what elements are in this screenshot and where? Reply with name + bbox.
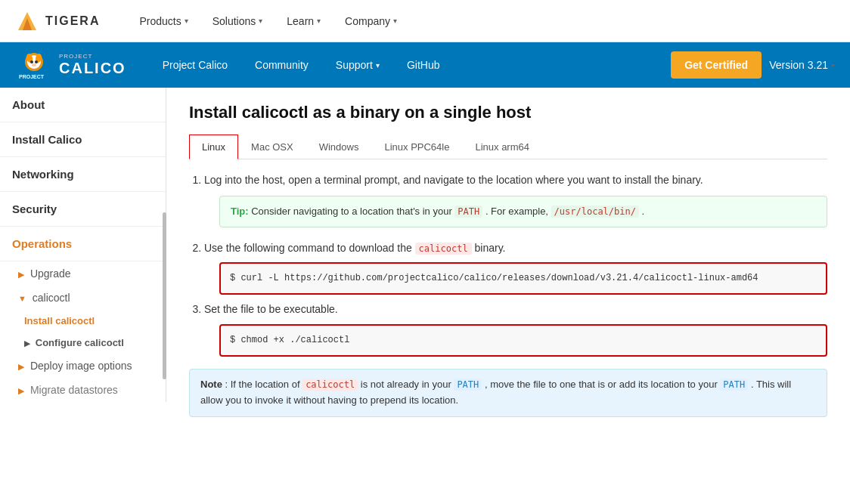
get-certified-button[interactable]: Get Certified xyxy=(671,51,762,79)
calico-logo-area[interactable]: PROJECT PROJECT CALICO xyxy=(15,48,126,82)
sidebar-item-about[interactable]: About xyxy=(0,88,166,122)
sidebar-wrapper: About Install Calico Networking Security… xyxy=(0,88,166,504)
svg-point-7 xyxy=(35,60,38,63)
support-chevron-icon: ▾ xyxy=(376,61,380,70)
tigera-logo-icon xyxy=(15,9,39,33)
tip-text-after: . For example, xyxy=(485,206,551,217)
sidebar-item-operations[interactable]: Operations xyxy=(0,227,166,261)
deploy-image-arrow-icon: ▶ xyxy=(18,362,24,371)
step-3: Set the file to be executable. $ chmod +… xyxy=(204,301,827,357)
step-2: Use the following command to download th… xyxy=(204,240,827,295)
sidebar-item-install-calicoctl[interactable]: Install calicoctl xyxy=(0,310,166,332)
tigera-nav-items: Products ▾ Solutions ▾ Learn ▾ Company ▾ xyxy=(130,9,406,33)
sidebar-item-migrate-datastores[interactable]: ▶ Migrate datastores xyxy=(0,378,166,402)
note-text-middle: is not already in your xyxy=(361,379,454,390)
sidebar-item-security[interactable]: Security xyxy=(0,192,166,227)
tab-linux[interactable]: Linux xyxy=(189,135,238,159)
configure-calicoctl-arrow-icon: ▶ xyxy=(24,339,33,348)
calico-navbar: PROJECT PROJECT CALICO Project Calico Co… xyxy=(0,42,850,88)
company-nav-item[interactable]: Company ▾ xyxy=(336,9,406,33)
learn-chevron-icon: ▾ xyxy=(317,17,321,25)
sidebar: About Install Calico Networking Security… xyxy=(0,88,166,402)
svg-point-8 xyxy=(32,63,36,66)
step-2-text: Use the following command to download th… xyxy=(204,240,827,256)
calico-nav-links: Project Calico Community Support ▾ GitHu… xyxy=(149,42,663,88)
note-text-before: : If the location of xyxy=(225,379,303,390)
tab-macosx[interactable]: Mac OSX xyxy=(238,135,306,159)
products-chevron-icon: ▾ xyxy=(185,17,188,25)
tigera-logo-text: TIGERA xyxy=(45,14,100,28)
note-path-code2: PATH xyxy=(720,379,748,391)
path-code: PATH xyxy=(454,206,482,218)
calicoctl-inline-code: calicoctl xyxy=(415,243,472,255)
content-area: Install calicoctl as a binary on a singl… xyxy=(166,88,850,504)
chmod-command-text: $ chmod +x ./calicoctl xyxy=(230,335,349,345)
sidebar-item-install-calico[interactable]: Install Calico xyxy=(0,122,166,157)
note-text-after: , move the file to one that is or add it… xyxy=(485,379,720,390)
tip-text-before: Consider navigating to a location that's… xyxy=(251,206,454,217)
version-selector[interactable]: Version 3.21 ▾ xyxy=(769,59,835,71)
calicoctl-arrow-icon: ▼ xyxy=(18,294,26,303)
sidebar-item-deploy-image-options[interactable]: ▶ Deploy image options xyxy=(0,354,166,378)
sidebar-scrollbar[interactable] xyxy=(163,212,166,379)
calico-logo-icon: PROJECT xyxy=(15,48,53,82)
example-path-code: /usr/local/bin/ xyxy=(551,206,639,218)
tigera-logo[interactable]: TIGERA xyxy=(15,9,100,33)
products-nav-item[interactable]: Products ▾ xyxy=(130,9,197,33)
note-box: Note : If the location of calicoctl is n… xyxy=(189,369,827,417)
note-calicoctl-code: calicoctl xyxy=(302,379,358,391)
upgrade-arrow-icon: ▶ xyxy=(18,270,24,279)
company-chevron-icon: ▾ xyxy=(393,17,397,25)
note-label: Note xyxy=(200,379,222,390)
tab-linux-ppc64le[interactable]: Linux PPC64le xyxy=(371,135,462,159)
learn-nav-item[interactable]: Learn ▾ xyxy=(278,9,330,33)
step-3-text: Set the file to be executable. xyxy=(204,301,827,317)
solutions-nav-item[interactable]: Solutions ▾ xyxy=(203,9,272,33)
sidebar-item-networking[interactable]: Networking xyxy=(0,157,166,192)
os-tabs: Linux Mac OSX Windows Linux PPC64le Linu… xyxy=(189,135,827,159)
version-chevron-icon: ▾ xyxy=(831,61,835,70)
svg-point-6 xyxy=(30,60,33,63)
sidebar-item-upgrade[interactable]: ▶ Upgrade xyxy=(0,261,166,286)
tab-windows[interactable]: Windows xyxy=(306,135,372,159)
step-1-text: Log into the host, open a terminal promp… xyxy=(204,172,827,188)
page-title: Install calicoctl as a binary on a singl… xyxy=(189,103,827,122)
curl-command-text: $ curl -L https://github.com/projectcali… xyxy=(230,273,758,283)
sidebar-item-configure-calicoctl[interactable]: ▶ Configure calicoctl xyxy=(0,332,166,354)
step-1: Log into the host, open a terminal promp… xyxy=(204,172,827,227)
project-calico-link[interactable]: Project Calico xyxy=(149,42,241,88)
tigera-navbar: TIGERA Products ▾ Solutions ▾ Learn ▾ Co… xyxy=(0,0,850,42)
svg-text:PROJECT: PROJECT xyxy=(19,74,45,79)
github-link[interactable]: GitHub xyxy=(393,42,454,88)
sidebar-item-calicoctl[interactable]: ▼ calicoctl xyxy=(0,286,166,310)
tip-box: Tip: Consider navigating to a location t… xyxy=(219,196,827,227)
migrate-datastores-arrow-icon: ▶ xyxy=(18,386,24,395)
note-path-code: PATH xyxy=(454,379,482,391)
tip-label: Tip: xyxy=(231,206,249,217)
solutions-chevron-icon: ▾ xyxy=(259,17,262,25)
project-label: PROJECT xyxy=(59,54,126,60)
steps-list: Log into the host, open a terminal promp… xyxy=(189,172,827,357)
curl-command-block[interactable]: $ curl -L https://github.com/projectcali… xyxy=(219,262,827,295)
support-link[interactable]: Support ▾ xyxy=(322,42,393,88)
calico-logo-text: CALICO xyxy=(59,60,126,76)
main-layout: About Install Calico Networking Security… xyxy=(0,88,850,504)
chmod-command-block[interactable]: $ chmod +x ./calicoctl xyxy=(219,324,827,357)
tab-linux-arm64[interactable]: Linux arm64 xyxy=(462,135,542,159)
community-link[interactable]: Community xyxy=(241,42,322,88)
